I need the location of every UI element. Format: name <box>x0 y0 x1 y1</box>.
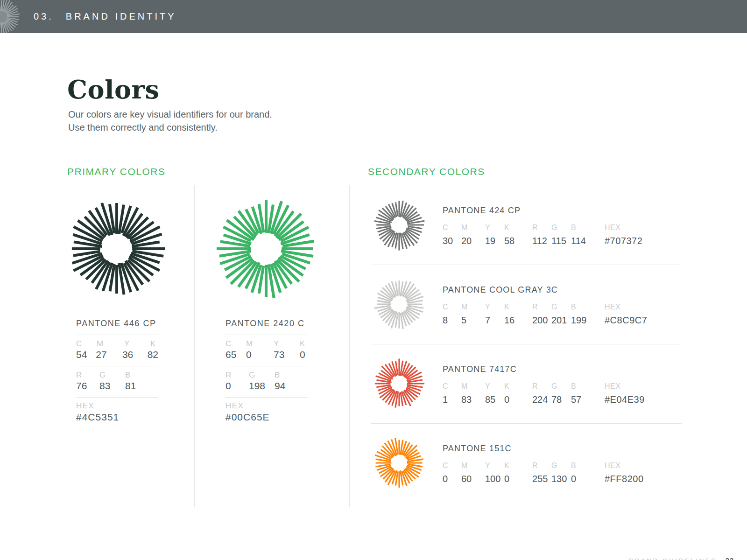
label-k: K <box>150 339 158 349</box>
label-hex: HEX <box>605 303 620 311</box>
value-hex: #4C5351 <box>76 412 158 423</box>
value-hex: #C8C9C7 <box>605 315 647 326</box>
label-r: R <box>532 224 551 232</box>
secondary-swatch-row: PANTONE 151C C M Y K R G B HEX 0 60 100 … <box>371 423 682 503</box>
value-g: 83 <box>99 380 125 392</box>
value-c: 0 <box>443 474 461 484</box>
label-g: G <box>551 224 571 232</box>
divider <box>226 397 308 398</box>
label-r: R <box>532 303 551 311</box>
page-subtitle: Our colors are key visual identifiers fo… <box>68 108 272 134</box>
primary-swatch-info: PANTONE 2420 C C M Y K 65 0 73 0 R G B 0… <box>226 318 308 423</box>
label-m: M <box>461 224 485 232</box>
value-y: 73 <box>274 349 300 360</box>
value-b: 94 <box>275 380 308 392</box>
label-hex: HEX <box>605 382 620 391</box>
label-r: R <box>226 371 249 380</box>
label-k: K <box>504 224 532 232</box>
subtitle-line-2: Use them correctly and consistently. <box>68 122 218 133</box>
header-title: 03. BRAND IDENTITY <box>34 0 176 33</box>
label-g: G <box>99 371 125 380</box>
swatch-labels: C M Y K R G B HEX <box>443 224 620 232</box>
value-y: 36 <box>122 349 148 360</box>
label-b: B <box>571 382 605 391</box>
label-b: B <box>571 303 605 311</box>
secondary-sunburst <box>371 197 427 253</box>
rgb-values: 0 198 94 <box>226 380 308 392</box>
value-g: 198 <box>249 380 275 392</box>
primary-sunburst-dark <box>65 197 168 300</box>
secondary-colors-heading: SECONDARY COLORS <box>368 166 485 177</box>
value-r: 200 <box>532 315 551 326</box>
value-m: 60 <box>461 474 485 484</box>
pantone-name: PANTONE 446 CP <box>76 318 158 329</box>
label-hex: HEX <box>226 401 308 411</box>
cmyk-labels: C M Y K <box>76 339 158 349</box>
section-title: BRAND IDENTITY <box>66 11 176 22</box>
page-number: 22 <box>726 557 734 560</box>
brand-guidelines-page: 03. BRAND IDENTITY Colors Our colors are… <box>0 0 747 560</box>
value-g: 78 <box>551 394 571 405</box>
label-y: Y <box>485 462 504 470</box>
header-bar: 03. BRAND IDENTITY <box>0 0 747 33</box>
value-m: 20 <box>461 236 485 246</box>
label-c: C <box>76 339 97 349</box>
label-hex: HEX <box>605 224 620 232</box>
label-r: R <box>76 371 99 380</box>
label-y: Y <box>124 339 150 349</box>
value-r: 76 <box>76 380 99 392</box>
pantone-name: PANTONE 424 CP <box>443 206 521 216</box>
label-c: C <box>443 224 461 232</box>
pantone-name: PANTONE COOL GRAY 3C <box>443 285 558 295</box>
secondary-swatch-row: PANTONE 424 CP C M Y K R G B HEX 30 20 1… <box>371 185 682 265</box>
swatch-labels: C M Y K R G B HEX <box>443 303 620 311</box>
value-y: 19 <box>485 236 504 246</box>
value-k: 82 <box>148 349 158 360</box>
value-y: 85 <box>485 394 504 405</box>
divider <box>76 366 158 366</box>
primary-swatch-info: PANTONE 446 CP C M Y K 54 27 36 82 R G B… <box>76 318 158 423</box>
pantone-name: PANTONE 151C <box>443 444 512 454</box>
swatch-values: 0 60 100 0 255 130 0 #FF8200 <box>443 474 644 484</box>
divider <box>76 335 158 335</box>
primary-colors-heading: PRIMARY COLORS <box>67 166 165 177</box>
value-c: 65 <box>226 349 246 360</box>
value-hex: #FF8200 <box>605 474 644 484</box>
value-m: 83 <box>461 394 485 405</box>
label-hex: HEX <box>76 401 158 411</box>
column-divider <box>194 185 195 507</box>
value-r: 112 <box>532 236 551 246</box>
value-k: 58 <box>504 236 532 246</box>
label-b: B <box>125 371 158 380</box>
cmyk-values: 54 27 36 82 <box>76 349 158 360</box>
swatch-values: 1 83 85 0 224 78 57 #E04E39 <box>443 394 645 405</box>
value-r: 255 <box>532 474 551 484</box>
swatch-values: 8 5 7 16 200 201 199 #C8C9C7 <box>443 315 647 326</box>
label-y: Y <box>485 382 504 391</box>
label-c: C <box>443 462 461 470</box>
cmyk-values: 65 0 73 0 <box>226 349 308 360</box>
value-m: 0 <box>246 349 274 360</box>
value-m: 27 <box>96 349 122 360</box>
label-g: G <box>249 371 275 380</box>
value-k: 16 <box>504 315 532 326</box>
label-c: C <box>226 339 246 349</box>
label-m: M <box>97 339 124 349</box>
page-title: Colors <box>67 75 159 105</box>
value-k: 0 <box>504 394 532 405</box>
value-g: 130 <box>551 474 571 484</box>
rgb-labels: R G B <box>76 371 158 380</box>
label-g: G <box>551 462 571 470</box>
pantone-name: PANTONE 2420 C <box>226 318 308 329</box>
label-m: M <box>461 462 485 470</box>
value-c: 8 <box>443 315 461 326</box>
label-k: K <box>300 339 308 349</box>
value-hex: #00C65E <box>226 412 308 423</box>
label-c: C <box>443 382 461 391</box>
label-y: Y <box>274 339 300 349</box>
value-hex: #E04E39 <box>605 394 645 405</box>
footer-label: BRAND GUIDELINES <box>629 557 717 560</box>
swatch-values: 30 20 19 58 112 115 114 #707372 <box>443 236 642 246</box>
secondary-sunburst <box>371 356 427 412</box>
label-b: B <box>275 371 308 380</box>
